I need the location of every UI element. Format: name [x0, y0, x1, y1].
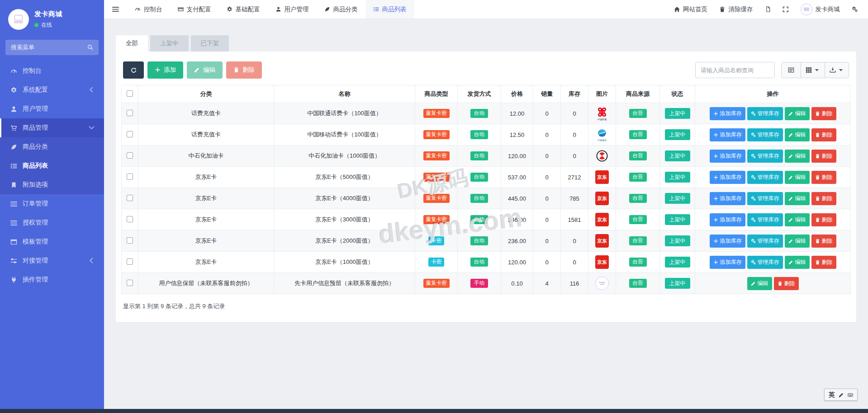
columns-view-button[interactable] [801, 62, 825, 78]
sidebar-item-商品分类[interactable]: 商品分类 [0, 137, 104, 156]
tab-已下架[interactable]: 已下架 [191, 35, 229, 52]
sales-cell: 0 [533, 252, 561, 273]
sidebar-item-订单管理[interactable]: 订单管理 [0, 194, 104, 213]
top-menu: 控制台支付配置基础配置用户管理商品分类商品列表 [127, 0, 414, 19]
row-delete-button[interactable]: 删除 [811, 171, 836, 184]
manage-stock-button[interactable]: 管理库存 [747, 128, 783, 141]
ime-language-bar[interactable]: 英 [824, 389, 858, 401]
row-delete-button[interactable]: 删除 [811, 256, 836, 269]
sidebar-item-控制台[interactable]: 控制台 [0, 61, 104, 80]
topnav-item-商品分类[interactable]: 商品分类 [317, 0, 365, 19]
delete-button[interactable]: 删除 [226, 61, 262, 79]
topnav-item-控制台[interactable]: 控制台 [127, 0, 170, 19]
topnav-site-home[interactable]: 网站首页 [668, 0, 714, 19]
sidebar-item-用户管理[interactable]: 用户管理 [0, 99, 104, 118]
refresh-button[interactable] [123, 61, 144, 79]
add-stock-button[interactable]: 添加库存 [710, 128, 745, 141]
delivery-badge: 自动 [470, 258, 488, 267]
sidebar-menu-search-input[interactable]: 搜索菜单 [5, 40, 99, 55]
gears-icon [751, 132, 756, 137]
row-checkbox[interactable] [127, 258, 133, 265]
row-delete-button[interactable]: 删除 [811, 235, 836, 248]
manage-stock-button[interactable]: 管理库存 [747, 213, 783, 226]
topnav-clear-cache[interactable]: 清除缓存 [713, 0, 759, 19]
manage-stock-button[interactable]: 管理库存 [747, 192, 783, 205]
row-delete-button-label: 删除 [822, 258, 833, 266]
row-edit-button[interactable]: 编辑 [785, 192, 810, 205]
row-edit-button[interactable]: 编辑 [747, 277, 772, 290]
manage-stock-button[interactable]: 管理库存 [747, 150, 783, 163]
price-cell: 120.00 [501, 252, 533, 273]
manage-stock-button-label: 管理库存 [758, 174, 779, 181]
online-dot-icon [34, 23, 38, 27]
row-edit-button[interactable]: 编辑 [785, 256, 810, 269]
row-delete-button[interactable]: 删除 [811, 192, 836, 205]
select-all-checkbox[interactable] [127, 90, 133, 97]
source-badge: 自营 [629, 236, 647, 245]
sidebar-toggle-button[interactable] [104, 0, 127, 19]
row-checkbox[interactable] [127, 237, 133, 244]
sidebar-item-商品列表[interactable]: 商品列表 [0, 156, 104, 175]
sidebar-item-系统配置[interactable]: 系统配置 [0, 80, 104, 99]
sidebar-item-对接管理[interactable]: 对接管理 [0, 251, 104, 270]
tab-上架中[interactable]: 上架中 [150, 35, 189, 52]
sidebar-item-附加选项[interactable]: 附加选项 [0, 175, 104, 194]
add-stock-button[interactable]: 添加库存 [710, 107, 745, 120]
topnav-settings[interactable] [846, 0, 864, 19]
topnav-account[interactable]: 发卡商城 [795, 0, 846, 19]
add-stock-button[interactable]: 添加库存 [710, 192, 745, 205]
row-edit-button[interactable]: 编辑 [785, 107, 810, 120]
row-edit-button[interactable]: 编辑 [785, 128, 810, 141]
leaf-icon [324, 6, 330, 12]
add-stock-button[interactable]: 添加库存 [710, 235, 745, 248]
export-button[interactable] [825, 62, 849, 78]
row-delete-button[interactable]: 删除 [774, 277, 799, 290]
source-badge: 自营 [629, 215, 647, 224]
row-delete-button[interactable]: 删除 [811, 213, 836, 226]
row-delete-button[interactable]: 删除 [811, 128, 836, 141]
add-button[interactable]: 添加 [147, 61, 183, 79]
detail-view-button[interactable] [781, 62, 801, 78]
sidebar-item-商品管理[interactable]: 商品管理 [0, 118, 104, 137]
manage-stock-button[interactable]: 管理库存 [747, 107, 783, 120]
row-delete-button[interactable]: 删除 [811, 150, 836, 163]
add-stock-button[interactable]: 添加库存 [710, 171, 745, 184]
row-checkbox[interactable] [127, 152, 133, 159]
edit-button[interactable]: 编辑 [187, 61, 223, 79]
add-stock-button[interactable]: 添加库存 [710, 256, 745, 269]
sales-cell: 0 [533, 188, 561, 209]
row-edit-button[interactable]: 编辑 [785, 213, 810, 226]
row-checkbox[interactable] [127, 174, 133, 180]
row-edit-button-label: 编辑 [795, 131, 806, 139]
row-edit-button[interactable]: 编辑 [785, 235, 810, 248]
topnav-item-用户管理[interactable]: 用户管理 [268, 0, 317, 19]
row-edit-button[interactable]: 编辑 [785, 150, 810, 163]
topnav-item-商品列表[interactable]: 商品列表 [365, 0, 414, 19]
row-checkbox[interactable] [127, 131, 133, 137]
row-checkbox[interactable] [127, 195, 133, 201]
topnav-item-label: 控制台 [144, 5, 162, 14]
manage-stock-button-label: 管理库存 [758, 152, 779, 160]
row-delete-button[interactable]: 删除 [811, 107, 836, 120]
bars-icon [10, 201, 17, 207]
plus-icon [713, 196, 718, 201]
tab-全部[interactable]: 全部 [116, 35, 148, 52]
row-checkbox[interactable] [127, 216, 133, 222]
manage-stock-button[interactable]: 管理库存 [747, 256, 783, 269]
topnav-item-支付配置[interactable]: 支付配置 [170, 0, 219, 19]
product-search-input[interactable] [695, 62, 775, 78]
manage-stock-button[interactable]: 管理库存 [747, 171, 783, 184]
sidebar-item-授权管理[interactable]: 授权管理 [0, 213, 104, 232]
topnav-item-基础配置[interactable]: 基础配置 [219, 0, 268, 19]
sidebar-item-模板管理[interactable]: 模板管理 [0, 232, 104, 251]
add-stock-button[interactable]: 添加库存 [710, 150, 745, 163]
topnav-fullscreen[interactable] [777, 0, 795, 19]
manage-stock-button[interactable]: 管理库存 [747, 235, 783, 248]
row-edit-button[interactable]: 编辑 [785, 171, 810, 184]
price-cell: 12.50 [501, 124, 533, 145]
add-stock-button[interactable]: 添加库存 [710, 213, 745, 226]
row-checkbox[interactable] [127, 280, 133, 286]
sidebar-item-插件管理[interactable]: 插件管理 [0, 270, 104, 289]
row-checkbox[interactable] [127, 110, 133, 116]
topnav-file-shortcut[interactable] [759, 0, 777, 19]
